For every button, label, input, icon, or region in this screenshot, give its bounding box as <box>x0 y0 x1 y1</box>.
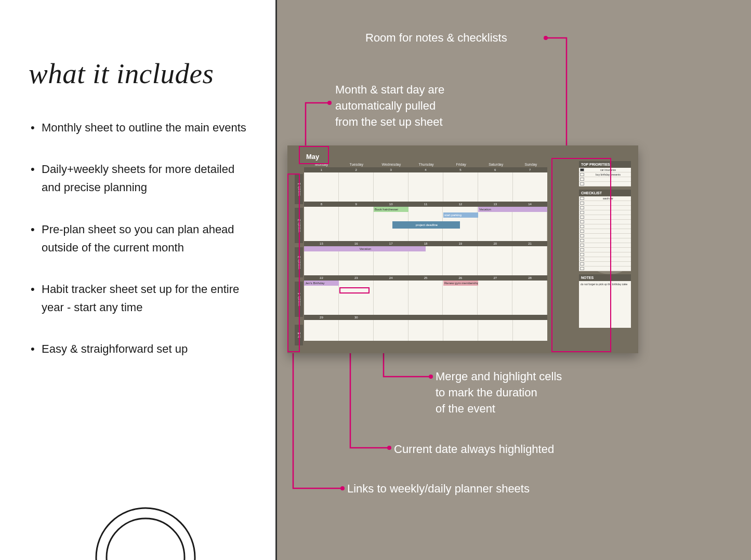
calendar-sidebar: TOP PRIORITIES car insurance buy birthda… <box>579 161 631 331</box>
date-row: 2930 <box>304 315 547 320</box>
calendar-day-header: Monday Tuesday Wednesday Thursday Friday… <box>304 163 548 166</box>
notes-body: do not forget to pick up the birthday ca… <box>579 281 631 328</box>
bullet-list: Monthly sheet to outline the main events… <box>29 118 255 358</box>
notes-box: NOTES do not forget to pick up the birth… <box>579 274 631 328</box>
date-row: 1234567 <box>304 167 547 172</box>
priorities-title: TOP PRIORITIES <box>579 161 631 168</box>
event-gym: Renew gym membership <box>443 281 478 286</box>
week-tab: week 3 <box>295 247 303 277</box>
bullet-item: Pre-plan sheet so you can plan ahead out… <box>29 220 255 257</box>
event-parking: start parking <box>443 212 478 218</box>
svg-point-4 <box>429 375 433 379</box>
checklist-title: CHECKLIST <box>579 190 631 196</box>
day-header: Tuesday <box>339 163 374 166</box>
week-row: Book hairdresser start parking Vacation … <box>304 207 547 241</box>
event-vacation: Vacation <box>478 207 547 212</box>
week-row: Jen's Birthday Renew gym membership <box>304 281 547 315</box>
calendar-month: May <box>306 153 319 161</box>
day-header: Thursday <box>409 163 443 166</box>
day-header: Friday <box>444 163 479 166</box>
week-row <box>304 320 547 341</box>
day-header: Saturday <box>479 163 513 166</box>
svg-point-3 <box>327 101 332 105</box>
bullet-item: Habit tracker sheet set up for the entir… <box>29 280 255 316</box>
bullet-item: Monthly sheet to outline the main events <box>29 118 255 137</box>
week-tab: week 1 <box>295 174 303 204</box>
svg-point-5 <box>387 446 391 450</box>
event-vacation-cont: Vacation <box>304 246 426 251</box>
event-birthday: Jen's Birthday <box>304 281 339 286</box>
day-header: Wednesday <box>374 163 409 166</box>
svg-point-6 <box>340 486 345 490</box>
notes-title: NOTES <box>579 274 631 281</box>
bullet-item: Daily+weekly sheets for more detailed an… <box>29 160 255 196</box>
calendar-grid: 1234567 891011121314 Book hairdresser st… <box>304 167 547 341</box>
checklist-box: CHECKLIST wash car <box>579 190 631 271</box>
week-row: Vacation <box>304 246 547 275</box>
left-panel: what it includes Monthly sheet to outlin… <box>0 0 275 560</box>
priorities-box: TOP PRIORITIES car insurance buy birthda… <box>579 161 631 186</box>
date-row: 22232425262728 <box>304 275 547 281</box>
annotation-current: Current date always highlighted <box>394 442 554 458</box>
arc-decoration <box>88 477 203 560</box>
bullet-item: Easy & straighforward set up <box>29 340 255 358</box>
annotation-links: Links to weekly/daily planner sheets <box>347 481 530 497</box>
date-row: 15161718192021 <box>304 241 547 246</box>
event-hairdresser: Book hairdresser <box>374 207 409 212</box>
event-deadline: project deadline <box>392 221 460 229</box>
right-panel: Room for notes & checklists Month & star… <box>275 0 751 560</box>
week-tab: week 4 <box>295 282 303 317</box>
svg-point-2 <box>544 36 548 40</box>
svg-point-1 <box>107 518 185 560</box>
page-heading: what it includes <box>29 57 255 90</box>
calendar-preview: May 2023 Monday Tuesday Wednesday Thursd… <box>287 145 638 353</box>
week-row <box>304 172 547 202</box>
annotation-notes: Room for notes & checklists <box>365 30 507 46</box>
day-header: Sunday <box>513 163 548 166</box>
week-tab: week 2 <box>295 208 303 243</box>
day-header: Monday <box>304 163 339 166</box>
annotation-month: Month & start day are automatically pull… <box>335 82 444 130</box>
week-tab: k 5 <box>295 325 303 345</box>
date-row: 891011121314 <box>304 202 547 207</box>
annotation-merge: Merge and highlight cells to mark the du… <box>436 369 562 417</box>
svg-point-0 <box>96 508 195 560</box>
